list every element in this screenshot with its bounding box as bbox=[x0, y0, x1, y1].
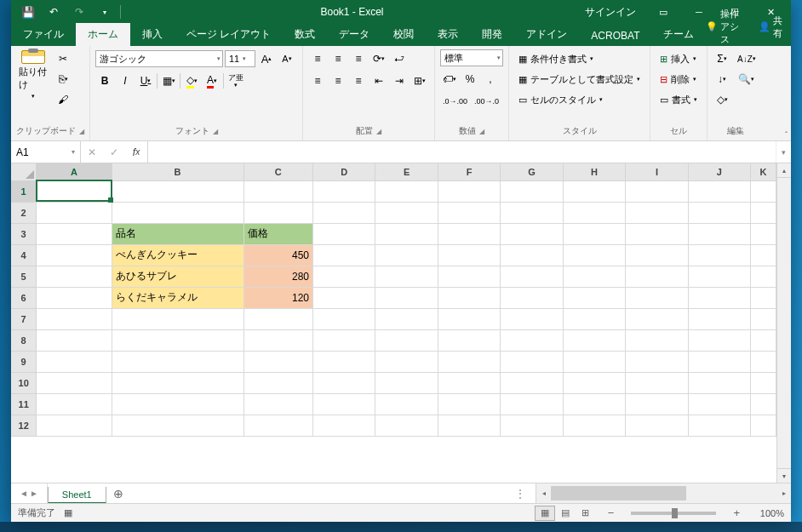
cell-E4[interactable] bbox=[375, 244, 438, 266]
tab-pagelayout[interactable]: ページ レイアウト bbox=[175, 23, 283, 46]
cell-H9[interactable] bbox=[563, 351, 625, 372]
cell-G12[interactable] bbox=[501, 415, 563, 436]
cell-D3[interactable] bbox=[313, 223, 375, 244]
formula-bar-input[interactable] bbox=[148, 141, 776, 163]
cell-D8[interactable] bbox=[313, 329, 375, 351]
save-button[interactable]: 💾 bbox=[18, 2, 38, 22]
cell-I6[interactable] bbox=[626, 287, 688, 308]
horizontal-scrollbar[interactable]: ◂ ▸ bbox=[536, 483, 791, 503]
cell-G6[interactable] bbox=[501, 287, 563, 308]
scroll-down-button[interactable]: ▾ bbox=[777, 468, 791, 483]
cell-E2[interactable] bbox=[375, 202, 438, 223]
zoom-in-button[interactable]: + bbox=[730, 506, 743, 519]
collapse-ribbon-button[interactable]: ˆ bbox=[785, 130, 788, 139]
zoom-level[interactable]: 100% bbox=[752, 508, 784, 518]
tab-view[interactable]: 表示 bbox=[426, 23, 470, 46]
row-header-7[interactable]: 7 bbox=[11, 308, 37, 329]
tab-data[interactable]: データ bbox=[327, 23, 381, 46]
cell-J12[interactable] bbox=[688, 415, 750, 436]
cell-D5[interactable] bbox=[313, 266, 375, 287]
cell-E12[interactable] bbox=[375, 415, 438, 436]
row-header-9[interactable]: 9 bbox=[11, 351, 37, 372]
cell-I2[interactable] bbox=[626, 202, 688, 223]
row-header-10[interactable]: 10 bbox=[11, 372, 37, 393]
cell-A5[interactable] bbox=[37, 266, 112, 287]
cell-G10[interactable] bbox=[501, 372, 563, 393]
cell-E3[interactable] bbox=[375, 223, 438, 244]
cell-B5[interactable]: あひるサブレ bbox=[112, 266, 243, 287]
font-size-combo[interactable]: 11▾ bbox=[225, 50, 255, 67]
cell-D6[interactable] bbox=[313, 287, 375, 308]
cell-A4[interactable] bbox=[37, 244, 112, 266]
cell-E5[interactable] bbox=[375, 266, 438, 287]
tab-acrobat[interactable]: ACROBAT bbox=[579, 26, 651, 46]
cell-K5[interactable] bbox=[751, 266, 776, 287]
cell-B12[interactable] bbox=[112, 415, 243, 436]
increase-decimal-button[interactable]: .0→.00 bbox=[440, 92, 470, 111]
cell-I10[interactable] bbox=[626, 372, 688, 393]
row-header-1[interactable]: 1 bbox=[11, 180, 37, 202]
cell-E11[interactable] bbox=[375, 393, 438, 415]
cell-A8[interactable] bbox=[37, 329, 112, 351]
find-select-button[interactable]: 🔍▾ bbox=[735, 70, 759, 89]
col-header-C[interactable]: C bbox=[243, 163, 313, 180]
enter-edit-button[interactable]: ✓ bbox=[103, 146, 125, 158]
cell-D2[interactable] bbox=[313, 202, 375, 223]
tab-team[interactable]: チーム bbox=[651, 23, 706, 46]
scroll-up-button[interactable]: ▴ bbox=[777, 163, 791, 178]
cancel-edit-button[interactable]: ✕ bbox=[81, 146, 103, 158]
page-break-view-button[interactable]: ⊞ bbox=[576, 506, 596, 521]
comma-button[interactable]: , bbox=[481, 70, 500, 89]
cell-K3[interactable] bbox=[751, 223, 776, 244]
cell-I11[interactable] bbox=[626, 393, 688, 415]
cell-A2[interactable] bbox=[37, 202, 112, 223]
col-header-A[interactable]: A bbox=[37, 163, 112, 180]
phonetic-button[interactable]: ア亜▾ bbox=[226, 72, 246, 90]
autosum-button[interactable]: Σ▾ bbox=[713, 49, 731, 68]
cell-K8[interactable] bbox=[751, 329, 776, 351]
font-dialog-launcher[interactable]: ◢ bbox=[213, 128, 218, 135]
undo-button[interactable]: ↶ bbox=[43, 2, 64, 22]
spreadsheet-grid[interactable]: ABCDEFGHIJK123品名価格4ぺんぎんクッキー4505あひるサブレ280… bbox=[11, 163, 776, 437]
col-header-G[interactable]: G bbox=[501, 163, 563, 180]
col-header-F[interactable]: F bbox=[438, 163, 500, 180]
cell-D11[interactable] bbox=[313, 393, 375, 415]
cell-B11[interactable] bbox=[112, 393, 243, 415]
row-header-11[interactable]: 11 bbox=[11, 393, 37, 415]
cell-I7[interactable] bbox=[626, 308, 688, 329]
cell-I1[interactable] bbox=[626, 180, 688, 202]
tab-scroll-handle[interactable]: ⋮ bbox=[507, 483, 536, 503]
cell-J6[interactable] bbox=[688, 287, 750, 308]
cell-B4[interactable]: ぺんぎんクッキー bbox=[112, 244, 243, 266]
cell-F10[interactable] bbox=[438, 372, 500, 393]
cell-H5[interactable] bbox=[563, 266, 625, 287]
cell-H2[interactable] bbox=[563, 202, 625, 223]
cell-G1[interactable] bbox=[501, 180, 563, 202]
tab-insert[interactable]: 挿入 bbox=[130, 23, 175, 46]
cell-H1[interactable] bbox=[563, 180, 625, 202]
row-header-3[interactable]: 3 bbox=[11, 223, 37, 244]
sheet-tab-1[interactable]: Sheet1 bbox=[48, 487, 106, 504]
border-button[interactable]: ▦▾ bbox=[159, 72, 178, 90]
cell-H7[interactable] bbox=[563, 308, 625, 329]
cell-J9[interactable] bbox=[688, 351, 750, 372]
cell-C4[interactable]: 450 bbox=[243, 244, 313, 266]
cell-G5[interactable] bbox=[501, 266, 563, 287]
font-name-combo[interactable]: 游ゴシック▾ bbox=[95, 50, 223, 67]
cell-F12[interactable] bbox=[438, 415, 500, 436]
page-layout-view-button[interactable]: ▤ bbox=[555, 506, 576, 521]
cell-J11[interactable] bbox=[688, 393, 750, 415]
cell-B9[interactable] bbox=[112, 351, 243, 372]
cell-G4[interactable] bbox=[501, 244, 563, 266]
cell-C11[interactable] bbox=[243, 393, 313, 415]
col-header-B[interactable]: B bbox=[112, 163, 243, 180]
row-header-5[interactable]: 5 bbox=[11, 266, 37, 287]
cell-F7[interactable] bbox=[438, 308, 500, 329]
zoom-slider[interactable] bbox=[631, 512, 716, 515]
format-painter-button[interactable]: 🖌 bbox=[54, 90, 72, 109]
cell-H10[interactable] bbox=[563, 372, 625, 393]
cell-D1[interactable] bbox=[313, 180, 375, 202]
cell-J2[interactable] bbox=[688, 202, 750, 223]
cell-J3[interactable] bbox=[688, 223, 750, 244]
paste-button[interactable]: 貼り付け ▾ bbox=[16, 49, 50, 100]
